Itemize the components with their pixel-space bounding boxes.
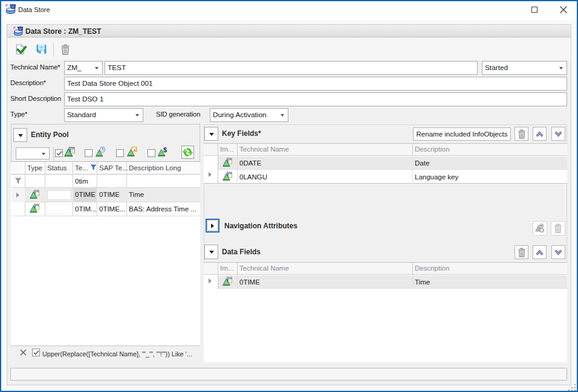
svg-text:$: $	[163, 147, 167, 153]
